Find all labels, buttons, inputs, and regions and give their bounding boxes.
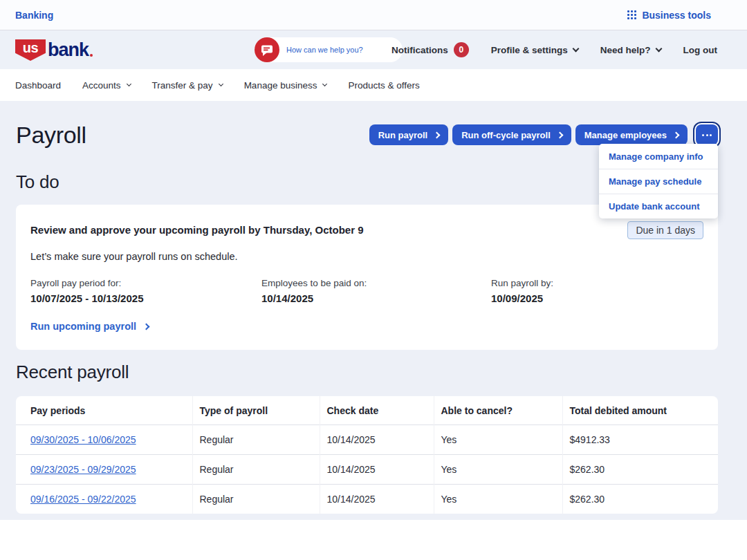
- footer-spacer: [0, 520, 747, 560]
- field-pay-period-value: 10/07/2025 - 10/13/2025: [30, 292, 261, 304]
- cell-cancel: Yes: [434, 425, 562, 455]
- profile-settings-menu[interactable]: Profile & settings: [491, 45, 578, 55]
- field-run-by: Run payroll by: 10/09/2025: [491, 278, 703, 304]
- nav-products-offers-label: Products & offers: [348, 80, 419, 91]
- table-row: 09/30/2025 - 10/06/2025 Regular 10/14/20…: [16, 425, 718, 455]
- page-content: Payroll Run payroll Run off-cycle payrol…: [0, 101, 747, 520]
- nav-transfer-pay-label: Transfer & pay: [152, 80, 213, 91]
- cell-amount: $262.30: [562, 485, 718, 514]
- field-pay-period-label: Payroll pay period for:: [30, 278, 261, 288]
- table-row: 09/23/2025 - 09/29/2025 Regular 10/14/20…: [16, 455, 718, 485]
- field-paid-on-label: Employees to be paid on:: [261, 278, 491, 288]
- need-help-label: Need help?: [600, 45, 651, 55]
- nav-manage-business[interactable]: Manage business: [244, 80, 327, 91]
- cell-cancel: Yes: [434, 485, 562, 514]
- col-pay-periods: Pay periods: [16, 396, 192, 425]
- help-search-label: How can we help you?: [286, 46, 363, 54]
- chevron-right-icon: [556, 131, 563, 138]
- table-row: 09/16/2025 - 09/22/2025 Regular 10/14/20…: [16, 485, 718, 514]
- business-tools-button[interactable]: Business tools: [627, 10, 711, 21]
- usbank-shield-icon: us: [15, 39, 46, 61]
- cell-type: Regular: [192, 455, 320, 485]
- usbank-logo[interactable]: us bank: [15, 39, 93, 61]
- notifications-count-badge: 0: [454, 42, 469, 57]
- profile-settings-label: Profile & settings: [491, 45, 568, 55]
- notifications-button[interactable]: Notifications 0: [391, 42, 469, 57]
- cell-amount: $4912.33: [562, 425, 718, 455]
- col-type: Type of payroll: [192, 396, 320, 425]
- run-payroll-button[interactable]: Run payroll: [369, 124, 449, 145]
- due-badge: Due in 1 days: [627, 221, 703, 239]
- field-pay-period: Payroll pay period for: 10/07/2025 - 10/…: [30, 278, 261, 304]
- help-search-bar[interactable]: How can we help you?: [255, 37, 403, 62]
- header: us bank How can we help you? Notificatio…: [0, 30, 747, 69]
- chevron-right-icon: [143, 323, 150, 330]
- menu-manage-company-info[interactable]: Manage company info: [599, 144, 718, 169]
- field-run-by-value: 10/09/2025: [491, 292, 703, 304]
- cell-check-date: 10/14/2025: [320, 425, 434, 455]
- main-nav: Dashboard Accounts Transfer & pay Manage…: [0, 69, 747, 101]
- chevron-right-icon: [434, 131, 441, 138]
- nav-accounts[interactable]: Accounts: [82, 80, 131, 91]
- chat-bubble-icon: [255, 37, 279, 62]
- header-right-group: Notifications 0 Profile & settings Need …: [391, 30, 717, 69]
- more-options-button[interactable]: [696, 124, 718, 145]
- manage-employees-label: Manage employees: [584, 130, 667, 140]
- col-check-date: Check date: [320, 396, 434, 425]
- pay-period-link[interactable]: 09/30/2025 - 10/06/2025: [30, 434, 136, 445]
- nav-accounts-label: Accounts: [82, 80, 121, 91]
- page-actions: Run payroll Run off-cycle payroll Manage…: [369, 124, 718, 145]
- run-payroll-label: Run payroll: [378, 130, 428, 140]
- todo-card-title: Review and approve your upcoming payroll…: [30, 221, 364, 236]
- notifications-label: Notifications: [391, 45, 448, 55]
- chevron-down-icon: [655, 45, 662, 52]
- cell-type: Regular: [192, 485, 320, 514]
- need-help-menu[interactable]: Need help?: [600, 45, 661, 55]
- nav-dashboard[interactable]: Dashboard: [15, 80, 61, 91]
- field-run-by-label: Run payroll by:: [491, 278, 703, 288]
- table-header-row: Pay periods Type of payroll Check date A…: [16, 396, 718, 425]
- col-total-debited: Total debited amount: [562, 396, 718, 425]
- cell-cancel: Yes: [434, 455, 562, 485]
- run-upcoming-payroll-label: Run upcoming payroll: [30, 321, 136, 332]
- chevron-down-icon: [127, 81, 131, 86]
- chevron-down-icon: [572, 45, 579, 52]
- log-out-button[interactable]: Log out: [683, 45, 717, 55]
- cell-type: Regular: [192, 425, 320, 455]
- nav-dashboard-label: Dashboard: [15, 80, 61, 91]
- todo-card-subtitle: Let’s make sure your payroll runs on sch…: [30, 251, 703, 262]
- recent-payroll-heading: Recent payroll: [16, 362, 718, 383]
- more-options-menu: Manage company info Manage pay schedule …: [599, 144, 718, 218]
- field-paid-on-value: 10/14/2025: [261, 292, 491, 304]
- business-tools-label: Business tools: [642, 10, 711, 21]
- cell-check-date: 10/14/2025: [320, 455, 434, 485]
- apps-grid-icon: [627, 10, 636, 19]
- page-title: Payroll: [16, 122, 86, 149]
- run-upcoming-payroll-link[interactable]: Run upcoming payroll: [30, 321, 149, 332]
- run-off-cycle-payroll-button[interactable]: Run off-cycle payroll: [452, 124, 571, 145]
- nav-transfer-pay[interactable]: Transfer & pay: [152, 80, 223, 91]
- payroll-fields: Payroll pay period for: 10/07/2025 - 10/…: [30, 278, 703, 304]
- utility-bar: Banking Business tools: [0, 0, 747, 30]
- chevron-right-icon: [673, 131, 680, 138]
- chevron-down-icon: [219, 81, 223, 86]
- usbank-logo-dot: [90, 54, 93, 57]
- run-off-cycle-payroll-label: Run off-cycle payroll: [461, 130, 551, 140]
- cell-amount: $262.30: [562, 455, 718, 485]
- usbank-wordmark: bank: [48, 39, 89, 61]
- cell-check-date: 10/14/2025: [320, 485, 434, 514]
- menu-manage-pay-schedule[interactable]: Manage pay schedule: [599, 169, 718, 194]
- manage-employees-button[interactable]: Manage employees: [575, 124, 688, 145]
- col-able-to-cancel: Able to cancel?: [434, 396, 562, 425]
- banking-link[interactable]: Banking: [15, 10, 53, 21]
- nav-products-offers[interactable]: Products & offers: [348, 80, 419, 91]
- menu-update-bank-account[interactable]: Update bank account: [599, 194, 718, 218]
- pay-period-link[interactable]: 09/23/2025 - 09/29/2025: [30, 464, 136, 475]
- field-paid-on: Employees to be paid on: 10/14/2025: [261, 278, 491, 304]
- pay-period-link[interactable]: 09/16/2025 - 09/22/2025: [30, 494, 136, 505]
- recent-payroll-table-card: Pay periods Type of payroll Check date A…: [16, 396, 718, 514]
- nav-manage-business-label: Manage business: [244, 80, 317, 91]
- todo-card: Review and approve your upcoming payroll…: [16, 205, 718, 350]
- chevron-down-icon: [322, 81, 327, 86]
- log-out-label: Log out: [683, 45, 717, 55]
